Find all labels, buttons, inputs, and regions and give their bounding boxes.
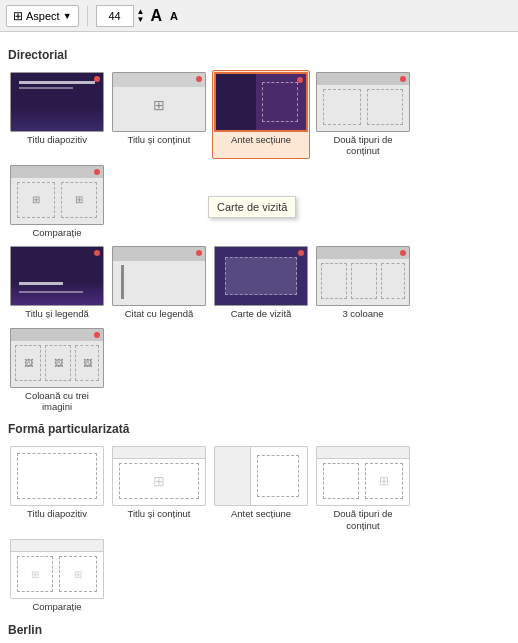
label-dir-1: Titlu diapozitiv bbox=[27, 134, 87, 145]
section-header-berlin: Berlin bbox=[8, 623, 510, 639]
layout-item-fp-3[interactable]: Antet secțiune bbox=[212, 444, 310, 533]
label-dir-2: Titlu și conținut bbox=[127, 134, 190, 145]
aspect-dropdown-button[interactable]: ⊞ Aspect ▼ bbox=[6, 5, 79, 27]
layout-item-dir-2[interactable]: ⊞ Titlu și conținut bbox=[110, 70, 208, 159]
font-increase-button[interactable]: A bbox=[150, 7, 162, 25]
thumb-fp-1 bbox=[10, 446, 104, 506]
label-dir-6: Titlu și legendă bbox=[25, 308, 89, 319]
layout-item-fp-1[interactable]: Titlu diapozitiv bbox=[8, 444, 106, 533]
font-size-down-icon: ▼ bbox=[137, 16, 145, 24]
directorial-grid-2: Titlu și legendă Citat cu legendă Carte … bbox=[8, 244, 510, 414]
font-size-box: 44 bbox=[96, 5, 134, 27]
toolbar-divider-1 bbox=[87, 6, 88, 26]
font-size-arrows: ▲ ▼ bbox=[137, 8, 145, 24]
label-fp-5: Comparație bbox=[32, 601, 81, 612]
label-dir-8: Carte de vizită bbox=[231, 308, 292, 319]
thumb-dir-3 bbox=[214, 72, 308, 132]
thumb-dir-6 bbox=[10, 246, 104, 306]
toolbar: ⊞ Aspect ▼ 44 ▲ ▼ A A bbox=[0, 0, 518, 32]
thumb-dir-2: ⊞ bbox=[112, 72, 206, 132]
label-dir-5: Comparație bbox=[32, 227, 81, 238]
directorial-grid: Titlu diapozitiv ⊞ Titlu și conținut Ant… bbox=[8, 70, 510, 240]
label-fp-3: Antet secțiune bbox=[231, 508, 291, 519]
fp-grid: Titlu diapozitiv ⊞ Titlu și conținut Ant… bbox=[8, 444, 510, 614]
thumb-dir-7 bbox=[112, 246, 206, 306]
layout-item-dir-6[interactable]: Titlu și legendă bbox=[8, 244, 106, 321]
label-dir-3: Antet secțiune bbox=[231, 134, 291, 145]
thumb-dir-10: 🖼 🖼 🖼 bbox=[10, 328, 104, 388]
layout-item-dir-1[interactable]: Titlu diapozitiv bbox=[8, 70, 106, 159]
label-fp-1: Titlu diapozitiv bbox=[27, 508, 87, 519]
thumb-dir-4: ⊞ bbox=[316, 72, 410, 132]
thumb-fp-3 bbox=[214, 446, 308, 506]
thumb-dir-1 bbox=[10, 72, 104, 132]
layout-item-fp-4[interactable]: ⊞ Două tipuri de conținut bbox=[314, 444, 412, 533]
layout-item-dir-9[interactable]: 3 coloane bbox=[314, 244, 412, 321]
label-dir-10: Coloană cu trei imagini bbox=[10, 390, 104, 413]
layout-item-fp-2[interactable]: ⊞ Titlu și conținut bbox=[110, 444, 208, 533]
section-header-fp: Formă particularizată bbox=[8, 422, 510, 438]
content-area: Directorial Titlu diapozitiv ⊞ Titlu și … bbox=[0, 32, 518, 643]
layout-item-fp-5[interactable]: ⊞ ⊞ Comparație bbox=[8, 537, 106, 614]
layout-item-dir-3[interactable]: Antet secțiune bbox=[212, 70, 310, 159]
layout-item-dir-7[interactable]: Citat cu legendă bbox=[110, 244, 208, 321]
font-decrease-button[interactable]: A bbox=[170, 10, 178, 22]
layout-item-dir-10[interactable]: 🖼 🖼 🖼 Coloană cu trei imagini bbox=[8, 326, 106, 415]
aspect-label: Aspect bbox=[26, 10, 60, 22]
layout-item-dir-4[interactable]: ⊞ Două tipuri de conținut bbox=[314, 70, 412, 159]
thumb-fp-2: ⊞ bbox=[112, 446, 206, 506]
dropdown-arrow-icon: ▼ bbox=[63, 11, 72, 21]
thumb-fp-4: ⊞ bbox=[316, 446, 410, 506]
label-dir-4: Două tipuri de conținut bbox=[316, 134, 410, 157]
label-fp-2: Titlu și conținut bbox=[127, 508, 190, 519]
label-dir-7: Citat cu legendă bbox=[125, 308, 194, 319]
thumb-fp-5: ⊞ ⊞ bbox=[10, 539, 104, 599]
layout-item-dir-8[interactable]: Carte de vizită bbox=[212, 244, 310, 321]
font-size-value: 44 bbox=[108, 10, 120, 22]
label-fp-4: Două tipuri de conținut bbox=[316, 508, 410, 531]
thumb-dir-5: ⊞ ⊞ bbox=[10, 165, 104, 225]
section-header-directorial: Directorial bbox=[8, 48, 510, 64]
thumb-dir-8 bbox=[214, 246, 308, 306]
thumb-dir-9 bbox=[316, 246, 410, 306]
layout-item-dir-5[interactable]: ⊞ ⊞ Comparație bbox=[8, 163, 106, 240]
aspect-icon: ⊞ bbox=[13, 9, 23, 23]
label-dir-9: 3 coloane bbox=[342, 308, 383, 319]
